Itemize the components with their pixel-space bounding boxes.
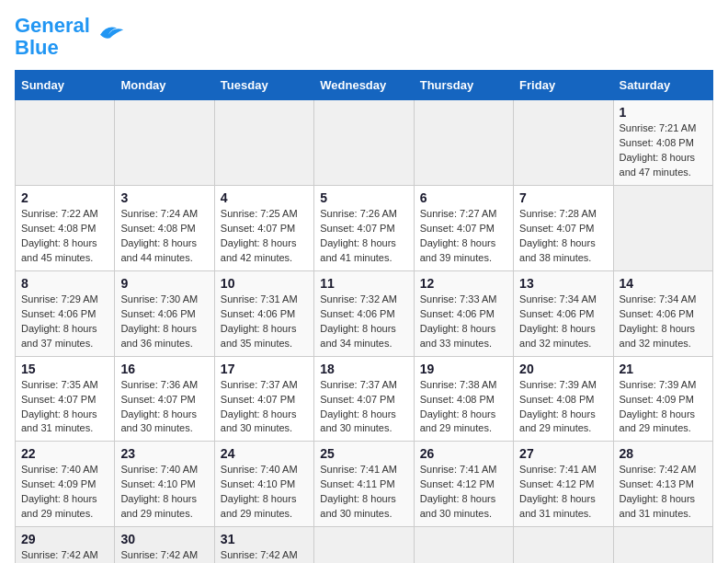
day-info: Sunrise: 7:37 AMSunset: 4:07 PMDaylight:… (320, 378, 407, 437)
page-header: GeneralBlue (15, 15, 713, 59)
calendar-day-cell: 5 Sunrise: 7:26 AMSunset: 4:07 PMDayligh… (314, 186, 414, 271)
day-info: Sunrise: 7:42 AMSunset: 4:15 PMDaylight:… (120, 548, 208, 563)
col-header-thursday: Thursday (414, 71, 513, 100)
day-info: Sunrise: 7:40 AMSunset: 4:10 PMDaylight:… (221, 463, 308, 522)
calendar-day-cell: 14 Sunrise: 7:34 AMSunset: 4:06 PMDaylig… (613, 270, 712, 356)
calendar-day-cell: 8 Sunrise: 7:29 AMSunset: 4:06 PMDayligh… (16, 270, 115, 356)
day-number: 22 (21, 446, 108, 461)
day-info: Sunrise: 7:24 AMSunset: 4:08 PMDaylight:… (120, 207, 208, 266)
day-number: 1 (620, 105, 707, 120)
col-header-tuesday: Tuesday (214, 71, 313, 100)
calendar-week-row: 2 Sunrise: 7:22 AMSunset: 4:08 PMDayligh… (16, 186, 713, 271)
day-number: 2 (21, 190, 108, 205)
day-info: Sunrise: 7:37 AMSunset: 4:07 PMDaylight:… (221, 378, 308, 437)
calendar-day-cell: 16 Sunrise: 7:36 AMSunset: 4:07 PMDaylig… (115, 356, 214, 442)
calendar-day-cell: 13 Sunrise: 7:34 AMSunset: 4:06 PMDaylig… (514, 270, 613, 356)
calendar-day-cell: 24 Sunrise: 7:40 AMSunset: 4:10 PMDaylig… (214, 442, 313, 527)
day-info: Sunrise: 7:38 AMSunset: 4:08 PMDaylight:… (420, 378, 507, 437)
day-number: 15 (21, 362, 108, 376)
day-number: 13 (519, 276, 607, 291)
day-number: 26 (420, 446, 507, 461)
day-number: 3 (120, 190, 208, 205)
day-info: Sunrise: 7:40 AMSunset: 4:10 PMDaylight:… (120, 463, 208, 522)
day-info: Sunrise: 7:27 AMSunset: 4:07 PMDaylight:… (420, 207, 507, 266)
day-info: Sunrise: 7:34 AMSunset: 4:06 PMDaylight:… (620, 293, 707, 351)
calendar-day-cell (314, 527, 414, 563)
day-info: Sunrise: 7:31 AMSunset: 4:06 PMDaylight:… (221, 293, 308, 351)
calendar-day-cell: 21 Sunrise: 7:39 AMSunset: 4:09 PMDaylig… (613, 356, 712, 442)
calendar-day-cell: 18 Sunrise: 7:37 AMSunset: 4:07 PMDaylig… (314, 356, 414, 442)
day-number: 8 (21, 276, 108, 291)
day-info: Sunrise: 7:32 AMSunset: 4:06 PMDaylight:… (320, 293, 407, 351)
calendar-day-cell: 31 Sunrise: 7:42 AMSunset: 4:16 PMDaylig… (214, 527, 313, 563)
calendar-day-cell: 7 Sunrise: 7:28 AMSunset: 4:07 PMDayligh… (514, 186, 613, 271)
col-header-wednesday: Wednesday (314, 71, 414, 100)
day-number: 4 (221, 190, 308, 205)
col-header-friday: Friday (514, 71, 613, 100)
day-number: 12 (420, 276, 507, 291)
calendar-header-row: SundayMondayTuesdayWednesdayThursdayFrid… (16, 71, 713, 100)
day-number: 21 (620, 362, 707, 376)
empty-cell (314, 100, 414, 186)
calendar-day-cell (613, 186, 712, 271)
logo: GeneralBlue (15, 15, 125, 59)
day-number: 11 (320, 276, 407, 291)
calendar-day-cell: 1 Sunrise: 7:21 AMSunset: 4:08 PMDayligh… (613, 100, 712, 186)
day-number: 7 (519, 190, 607, 205)
logo-bird-icon (92, 23, 125, 41)
col-header-saturday: Saturday (613, 71, 712, 100)
day-number: 29 (21, 532, 108, 546)
day-number: 10 (221, 276, 308, 291)
calendar-day-cell: 17 Sunrise: 7:37 AMSunset: 4:07 PMDaylig… (214, 356, 313, 442)
calendar-day-cell: 11 Sunrise: 7:32 AMSunset: 4:06 PMDaylig… (314, 270, 414, 356)
day-info: Sunrise: 7:41 AMSunset: 4:12 PMDaylight:… (519, 463, 607, 522)
day-info: Sunrise: 7:39 AMSunset: 4:08 PMDaylight:… (519, 378, 607, 437)
day-info: Sunrise: 7:28 AMSunset: 4:07 PMDaylight:… (519, 207, 607, 266)
calendar-day-cell: 10 Sunrise: 7:31 AMSunset: 4:06 PMDaylig… (214, 270, 313, 356)
calendar-week-row: 22 Sunrise: 7:40 AMSunset: 4:09 PMDaylig… (16, 442, 713, 527)
calendar-day-cell: 25 Sunrise: 7:41 AMSunset: 4:11 PMDaylig… (314, 442, 414, 527)
calendar-day-cell: 19 Sunrise: 7:38 AMSunset: 4:08 PMDaylig… (414, 356, 513, 442)
day-number: 19 (420, 362, 507, 376)
calendar-day-cell: 27 Sunrise: 7:41 AMSunset: 4:12 PMDaylig… (514, 442, 613, 527)
calendar-day-cell: 30 Sunrise: 7:42 AMSunset: 4:15 PMDaylig… (115, 527, 214, 563)
day-number: 25 (320, 446, 407, 461)
day-info: Sunrise: 7:22 AMSunset: 4:08 PMDaylight:… (21, 207, 108, 266)
calendar-day-cell: 26 Sunrise: 7:41 AMSunset: 4:12 PMDaylig… (414, 442, 513, 527)
day-number: 9 (120, 276, 208, 291)
calendar-day-cell: 23 Sunrise: 7:40 AMSunset: 4:10 PMDaylig… (115, 442, 214, 527)
empty-cell (115, 100, 214, 186)
logo-text: GeneralBlue (15, 15, 90, 59)
day-info: Sunrise: 7:35 AMSunset: 4:07 PMDaylight:… (21, 378, 108, 437)
day-info: Sunrise: 7:42 AMSunset: 4:13 PMDaylight:… (620, 463, 707, 522)
empty-cell (16, 100, 115, 186)
day-number: 31 (221, 532, 308, 546)
day-number: 14 (620, 276, 707, 291)
empty-cell (514, 100, 613, 186)
day-info: Sunrise: 7:30 AMSunset: 4:06 PMDaylight:… (120, 293, 208, 351)
day-number: 28 (620, 446, 707, 461)
calendar-day-cell: 2 Sunrise: 7:22 AMSunset: 4:08 PMDayligh… (16, 186, 115, 271)
day-number: 17 (221, 362, 308, 376)
day-number: 5 (320, 190, 407, 205)
day-info: Sunrise: 7:41 AMSunset: 4:11 PMDaylight:… (320, 463, 407, 522)
calendar-day-cell: 29 Sunrise: 7:42 AMSunset: 4:14 PMDaylig… (16, 527, 115, 563)
day-number: 16 (120, 362, 208, 376)
calendar-day-cell: 4 Sunrise: 7:25 AMSunset: 4:07 PMDayligh… (214, 186, 313, 271)
calendar-day-cell: 12 Sunrise: 7:33 AMSunset: 4:06 PMDaylig… (414, 270, 513, 356)
empty-cell (214, 100, 313, 186)
calendar-day-cell: 3 Sunrise: 7:24 AMSunset: 4:08 PMDayligh… (115, 186, 214, 271)
calendar-day-cell: 28 Sunrise: 7:42 AMSunset: 4:13 PMDaylig… (613, 442, 712, 527)
day-number: 20 (519, 362, 607, 376)
day-info: Sunrise: 7:40 AMSunset: 4:09 PMDaylight:… (21, 463, 108, 522)
day-number: 24 (221, 446, 308, 461)
day-info: Sunrise: 7:29 AMSunset: 4:06 PMDaylight:… (21, 293, 108, 351)
calendar-week-row: 29 Sunrise: 7:42 AMSunset: 4:14 PMDaylig… (16, 527, 713, 563)
day-number: 18 (320, 362, 407, 376)
empty-cell (414, 100, 513, 186)
day-info: Sunrise: 7:39 AMSunset: 4:09 PMDaylight:… (620, 378, 707, 437)
day-info: Sunrise: 7:42 AMSunset: 4:16 PMDaylight:… (221, 548, 308, 563)
calendar-week-row: 8 Sunrise: 7:29 AMSunset: 4:06 PMDayligh… (16, 270, 713, 356)
calendar-day-cell (613, 527, 712, 563)
calendar-day-cell: 6 Sunrise: 7:27 AMSunset: 4:07 PMDayligh… (414, 186, 513, 271)
